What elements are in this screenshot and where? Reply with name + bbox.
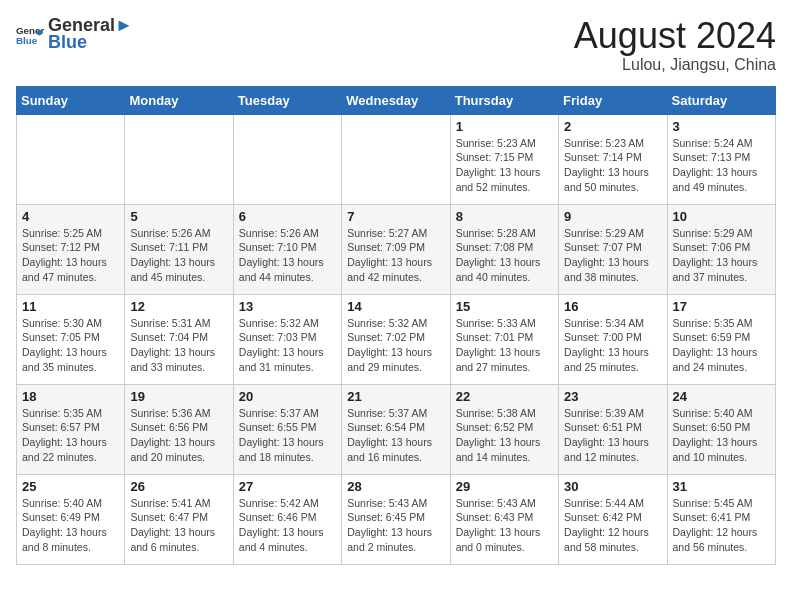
location-subtitle: Lulou, Jiangsu, China xyxy=(574,56,776,74)
title-area: August 2024 Lulou, Jiangsu, China xyxy=(574,16,776,74)
day-info: Sunrise: 5:34 AM Sunset: 7:00 PM Dayligh… xyxy=(564,316,661,375)
day-number: 5 xyxy=(130,209,227,224)
day-info: Sunrise: 5:27 AM Sunset: 7:09 PM Dayligh… xyxy=(347,226,444,285)
day-number: 9 xyxy=(564,209,661,224)
day-number: 31 xyxy=(673,479,770,494)
day-number: 7 xyxy=(347,209,444,224)
day-info: Sunrise: 5:35 AM Sunset: 6:57 PM Dayligh… xyxy=(22,406,119,465)
calendar-cell: 22Sunrise: 5:38 AM Sunset: 6:52 PM Dayli… xyxy=(450,384,558,474)
day-info: Sunrise: 5:40 AM Sunset: 6:49 PM Dayligh… xyxy=(22,496,119,555)
day-number: 10 xyxy=(673,209,770,224)
calendar-cell: 7Sunrise: 5:27 AM Sunset: 7:09 PM Daylig… xyxy=(342,204,450,294)
weekday-header-row: SundayMondayTuesdayWednesdayThursdayFrid… xyxy=(17,86,776,114)
day-info: Sunrise: 5:42 AM Sunset: 6:46 PM Dayligh… xyxy=(239,496,336,555)
calendar-cell: 4Sunrise: 5:25 AM Sunset: 7:12 PM Daylig… xyxy=(17,204,125,294)
calendar-cell: 13Sunrise: 5:32 AM Sunset: 7:03 PM Dayli… xyxy=(233,294,341,384)
weekday-header-monday: Monday xyxy=(125,86,233,114)
calendar-week-row: 1Sunrise: 5:23 AM Sunset: 7:15 PM Daylig… xyxy=(17,114,776,204)
calendar-cell: 17Sunrise: 5:35 AM Sunset: 6:59 PM Dayli… xyxy=(667,294,775,384)
day-number: 27 xyxy=(239,479,336,494)
svg-text:Blue: Blue xyxy=(16,35,38,46)
day-info: Sunrise: 5:26 AM Sunset: 7:11 PM Dayligh… xyxy=(130,226,227,285)
weekday-header-thursday: Thursday xyxy=(450,86,558,114)
day-number: 11 xyxy=(22,299,119,314)
calendar-cell xyxy=(233,114,341,204)
calendar-week-row: 4Sunrise: 5:25 AM Sunset: 7:12 PM Daylig… xyxy=(17,204,776,294)
calendar-cell: 30Sunrise: 5:44 AM Sunset: 6:42 PM Dayli… xyxy=(559,474,667,564)
calendar-cell: 12Sunrise: 5:31 AM Sunset: 7:04 PM Dayli… xyxy=(125,294,233,384)
day-info: Sunrise: 5:35 AM Sunset: 6:59 PM Dayligh… xyxy=(673,316,770,375)
day-info: Sunrise: 5:45 AM Sunset: 6:41 PM Dayligh… xyxy=(673,496,770,555)
calendar-cell: 8Sunrise: 5:28 AM Sunset: 7:08 PM Daylig… xyxy=(450,204,558,294)
weekday-header-wednesday: Wednesday xyxy=(342,86,450,114)
logo-icon: General Blue xyxy=(16,20,44,48)
calendar-week-row: 18Sunrise: 5:35 AM Sunset: 6:57 PM Dayli… xyxy=(17,384,776,474)
day-info: Sunrise: 5:41 AM Sunset: 6:47 PM Dayligh… xyxy=(130,496,227,555)
day-info: Sunrise: 5:25 AM Sunset: 7:12 PM Dayligh… xyxy=(22,226,119,285)
day-info: Sunrise: 5:39 AM Sunset: 6:51 PM Dayligh… xyxy=(564,406,661,465)
weekday-header-sunday: Sunday xyxy=(17,86,125,114)
calendar-cell: 16Sunrise: 5:34 AM Sunset: 7:00 PM Dayli… xyxy=(559,294,667,384)
day-number: 3 xyxy=(673,119,770,134)
weekday-header-tuesday: Tuesday xyxy=(233,86,341,114)
day-info: Sunrise: 5:30 AM Sunset: 7:05 PM Dayligh… xyxy=(22,316,119,375)
day-info: Sunrise: 5:37 AM Sunset: 6:54 PM Dayligh… xyxy=(347,406,444,465)
month-year-title: August 2024 xyxy=(574,16,776,56)
calendar-cell: 21Sunrise: 5:37 AM Sunset: 6:54 PM Dayli… xyxy=(342,384,450,474)
calendar-cell: 25Sunrise: 5:40 AM Sunset: 6:49 PM Dayli… xyxy=(17,474,125,564)
day-number: 28 xyxy=(347,479,444,494)
day-info: Sunrise: 5:36 AM Sunset: 6:56 PM Dayligh… xyxy=(130,406,227,465)
calendar-cell: 28Sunrise: 5:43 AM Sunset: 6:45 PM Dayli… xyxy=(342,474,450,564)
calendar-cell: 15Sunrise: 5:33 AM Sunset: 7:01 PM Dayli… xyxy=(450,294,558,384)
day-info: Sunrise: 5:40 AM Sunset: 6:50 PM Dayligh… xyxy=(673,406,770,465)
calendar-cell: 14Sunrise: 5:32 AM Sunset: 7:02 PM Dayli… xyxy=(342,294,450,384)
day-info: Sunrise: 5:43 AM Sunset: 6:43 PM Dayligh… xyxy=(456,496,553,555)
calendar-cell: 6Sunrise: 5:26 AM Sunset: 7:10 PM Daylig… xyxy=(233,204,341,294)
calendar-cell: 9Sunrise: 5:29 AM Sunset: 7:07 PM Daylig… xyxy=(559,204,667,294)
day-info: Sunrise: 5:43 AM Sunset: 6:45 PM Dayligh… xyxy=(347,496,444,555)
logo-chevron: ► xyxy=(115,15,133,35)
day-number: 1 xyxy=(456,119,553,134)
weekday-header-friday: Friday xyxy=(559,86,667,114)
day-number: 21 xyxy=(347,389,444,404)
day-info: Sunrise: 5:44 AM Sunset: 6:42 PM Dayligh… xyxy=(564,496,661,555)
day-number: 20 xyxy=(239,389,336,404)
day-number: 26 xyxy=(130,479,227,494)
calendar-cell: 20Sunrise: 5:37 AM Sunset: 6:55 PM Dayli… xyxy=(233,384,341,474)
weekday-header-saturday: Saturday xyxy=(667,86,775,114)
calendar-cell: 11Sunrise: 5:30 AM Sunset: 7:05 PM Dayli… xyxy=(17,294,125,384)
day-number: 22 xyxy=(456,389,553,404)
calendar-cell: 10Sunrise: 5:29 AM Sunset: 7:06 PM Dayli… xyxy=(667,204,775,294)
day-info: Sunrise: 5:26 AM Sunset: 7:10 PM Dayligh… xyxy=(239,226,336,285)
header: General Blue General► Blue August 2024 L… xyxy=(16,16,776,74)
day-number: 24 xyxy=(673,389,770,404)
day-info: Sunrise: 5:23 AM Sunset: 7:15 PM Dayligh… xyxy=(456,136,553,195)
day-number: 6 xyxy=(239,209,336,224)
day-info: Sunrise: 5:37 AM Sunset: 6:55 PM Dayligh… xyxy=(239,406,336,465)
calendar-cell: 29Sunrise: 5:43 AM Sunset: 6:43 PM Dayli… xyxy=(450,474,558,564)
day-number: 14 xyxy=(347,299,444,314)
calendar-cell: 31Sunrise: 5:45 AM Sunset: 6:41 PM Dayli… xyxy=(667,474,775,564)
calendar-cell: 5Sunrise: 5:26 AM Sunset: 7:11 PM Daylig… xyxy=(125,204,233,294)
day-info: Sunrise: 5:38 AM Sunset: 6:52 PM Dayligh… xyxy=(456,406,553,465)
calendar-table: SundayMondayTuesdayWednesdayThursdayFrid… xyxy=(16,86,776,565)
calendar-cell: 1Sunrise: 5:23 AM Sunset: 7:15 PM Daylig… xyxy=(450,114,558,204)
logo: General Blue General► Blue xyxy=(16,16,133,53)
calendar-cell: 27Sunrise: 5:42 AM Sunset: 6:46 PM Dayli… xyxy=(233,474,341,564)
calendar-cell: 3Sunrise: 5:24 AM Sunset: 7:13 PM Daylig… xyxy=(667,114,775,204)
day-info: Sunrise: 5:23 AM Sunset: 7:14 PM Dayligh… xyxy=(564,136,661,195)
day-number: 12 xyxy=(130,299,227,314)
day-info: Sunrise: 5:29 AM Sunset: 7:06 PM Dayligh… xyxy=(673,226,770,285)
calendar-week-row: 25Sunrise: 5:40 AM Sunset: 6:49 PM Dayli… xyxy=(17,474,776,564)
calendar-cell xyxy=(17,114,125,204)
day-number: 19 xyxy=(130,389,227,404)
day-number: 17 xyxy=(673,299,770,314)
day-number: 4 xyxy=(22,209,119,224)
calendar-cell: 2Sunrise: 5:23 AM Sunset: 7:14 PM Daylig… xyxy=(559,114,667,204)
calendar-cell: 24Sunrise: 5:40 AM Sunset: 6:50 PM Dayli… xyxy=(667,384,775,474)
day-number: 25 xyxy=(22,479,119,494)
day-number: 29 xyxy=(456,479,553,494)
calendar-cell: 26Sunrise: 5:41 AM Sunset: 6:47 PM Dayli… xyxy=(125,474,233,564)
day-number: 16 xyxy=(564,299,661,314)
day-info: Sunrise: 5:32 AM Sunset: 7:03 PM Dayligh… xyxy=(239,316,336,375)
